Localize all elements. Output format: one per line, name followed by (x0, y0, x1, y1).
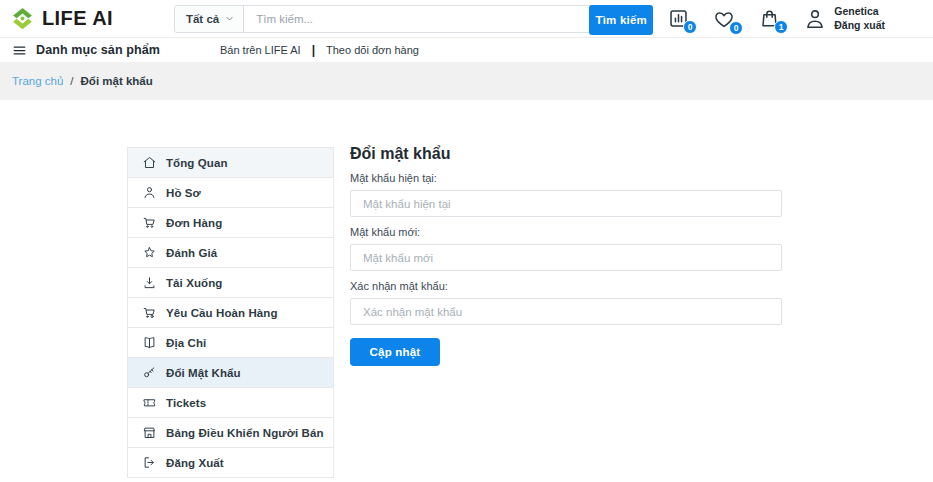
address-book-icon (142, 335, 157, 350)
content-area: Tổng QuanHồ SơĐơn HàngĐánh GiáTải XuốngY… (127, 147, 933, 478)
nav-divider: | (312, 43, 315, 57)
confirm-password-input[interactable] (350, 298, 782, 325)
page-title: Đổi mật khẩu (350, 145, 782, 163)
sub-navigation: Danh mục sản phẩm Bán trên LIFE AI | The… (0, 38, 933, 62)
chevron-down-icon (225, 14, 234, 23)
nav-links: Bán trên LIFE AI | Theo dõi đơn hàng (220, 43, 419, 57)
new-password-input[interactable] (350, 244, 782, 271)
sidebar-item-tickets[interactable]: Tickets (128, 388, 333, 418)
wishlist-badge: 0 (729, 21, 743, 35)
search-category-dropdown[interactable]: Tất cả (175, 6, 244, 32)
sidebar-item-overview[interactable]: Tổng Quan (128, 148, 333, 178)
sidebar-item-orders[interactable]: Đơn Hàng (128, 208, 333, 238)
return-cart-icon (142, 305, 157, 320)
cart-button[interactable]: 1 (758, 7, 781, 30)
hamburger-icon (12, 43, 27, 58)
search-button[interactable]: Tìm kiếm (589, 5, 653, 35)
breadcrumb-current: Đổi mật khẩu (81, 75, 153, 87)
download-icon (142, 275, 157, 290)
sidebar-item-change-password[interactable]: Đổi Mật Khẩu (128, 358, 333, 388)
account-menu[interactable]: Genetica Đăng xuất (803, 5, 885, 32)
compare-badge: 0 (683, 20, 697, 34)
new-password-label: Mật khẩu mới: (350, 226, 782, 238)
current-password-input[interactable] (350, 190, 782, 217)
search-category-value: Tất cả (186, 13, 219, 25)
search-bar: Tất cả Tìm kiếm (174, 5, 653, 33)
confirm-password-label: Xác nhận mật khẩu: (350, 280, 782, 292)
breadcrumb-home-link[interactable]: Trang chủ (12, 75, 63, 87)
user-icon (142, 185, 157, 200)
sidebar-item-logout[interactable]: Đăng Xuất (128, 448, 333, 478)
sidebar-item-seller-dashboard[interactable]: Bảng Điều Khiển Người Bán (128, 418, 333, 448)
header-icon-group: 0 0 1 (667, 7, 781, 31)
current-password-field: Mật khẩu hiện tại: (350, 172, 782, 217)
cart-badge: 1 (774, 20, 788, 34)
sidebar-item-downloads[interactable]: Tải Xuống (128, 268, 333, 298)
confirm-password-field: Xác nhận mật khẩu: (350, 280, 782, 325)
change-password-panel: Đổi mật khẩu Mật khẩu hiện tại:Mật khẩu … (350, 147, 782, 478)
logout-icon (142, 455, 157, 470)
sidebar-item-return-requests[interactable]: Yêu Cầu Hoàn Hàng (128, 298, 333, 328)
account-sidebar: Tổng QuanHồ SơĐơn HàngĐánh GiáTải XuốngY… (127, 147, 334, 478)
star-icon (142, 245, 157, 260)
categories-menu-label: Danh mục sản phẩm (36, 43, 160, 57)
sidebar-item-addresses[interactable]: Địa Chỉ (128, 328, 333, 358)
user-icon (803, 7, 827, 31)
compare-button[interactable]: 0 (667, 7, 690, 30)
logo-text: LIFE AI (42, 7, 113, 30)
top-header: LIFE AI Tất cả Tìm kiếm 0 (0, 0, 933, 38)
logo[interactable]: LIFE AI (10, 6, 113, 31)
ticket-icon (142, 395, 157, 410)
store-icon (142, 425, 157, 440)
account-name: Genetica (834, 5, 885, 19)
search-input[interactable] (244, 6, 590, 32)
breadcrumb-separator: / (70, 75, 73, 87)
cart-icon (142, 215, 157, 230)
logout-link[interactable]: Đăng xuất (834, 19, 885, 33)
update-button[interactable]: Cập nhật (350, 338, 440, 366)
password-form: Mật khẩu hiện tại:Mật khẩu mới:Xác nhận … (350, 172, 782, 325)
categories-menu-button[interactable]: Danh mục sản phẩm (12, 43, 160, 58)
home-icon (142, 155, 157, 170)
nav-link-track-order[interactable]: Theo dõi đơn hàng (326, 44, 419, 56)
breadcrumb: Trang chủ / Đổi mật khẩu (0, 62, 933, 100)
current-password-label: Mật khẩu hiện tại: (350, 172, 782, 184)
sidebar-item-reviews[interactable]: Đánh Giá (128, 238, 333, 268)
wishlist-button[interactable]: 0 (712, 7, 736, 31)
sidebar-item-profile[interactable]: Hồ Sơ (128, 178, 333, 208)
new-password-field: Mật khẩu mới: (350, 226, 782, 271)
key-icon (142, 365, 157, 380)
nav-link-sell-on-lifeai[interactable]: Bán trên LIFE AI (220, 44, 301, 56)
logo-icon (10, 6, 35, 31)
